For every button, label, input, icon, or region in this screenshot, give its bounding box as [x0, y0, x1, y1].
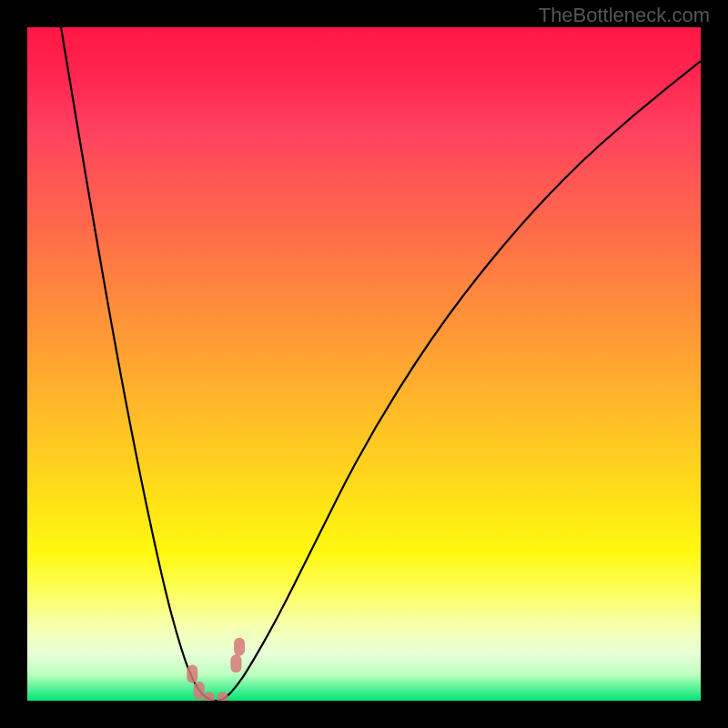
bottleneck-curve [61, 27, 701, 701]
data-point [217, 692, 228, 701]
data-point [230, 654, 241, 672]
data-point [194, 682, 205, 700]
data-point [204, 692, 215, 701]
data-points-group [187, 638, 245, 701]
data-point [187, 664, 197, 682]
chart-svg [27, 27, 701, 701]
watermark-text: TheBottleneck.com [539, 4, 710, 27]
data-point [234, 638, 245, 656]
